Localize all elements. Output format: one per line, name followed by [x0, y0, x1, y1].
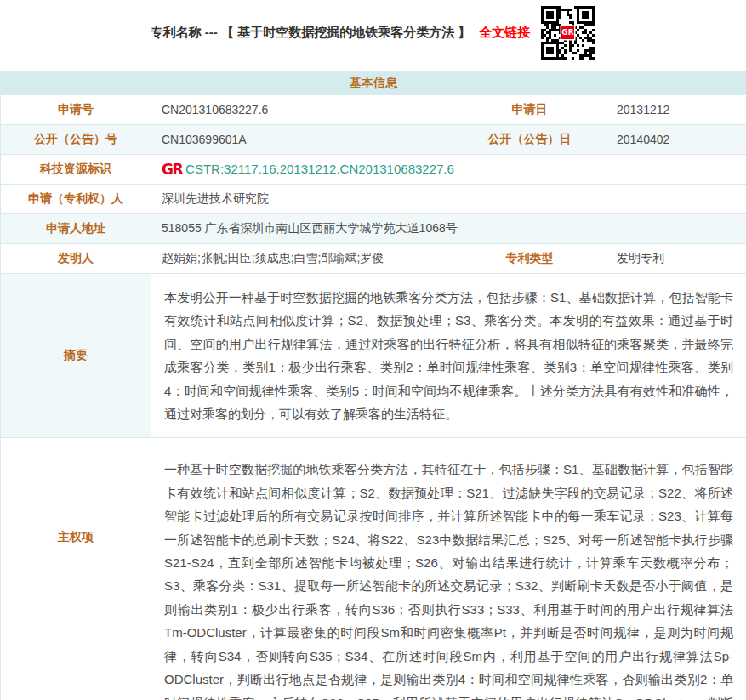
row-address: 申请人地址 518055 广东省深圳市南山区西丽大学城学苑大道1068号: [1, 214, 746, 244]
abstract-text: 本发明公开一种基于时空数据挖掘的地铁乘客分类方法，包括步骤：S1、基础数据计算，…: [152, 275, 745, 436]
applicant-label: 申请（专利权）人: [1, 185, 151, 214]
patent-type-value: 发明专利: [606, 244, 746, 274]
row-application: 申请号 CN201310683227.6 申请日 20131212: [1, 95, 746, 125]
publication-no-label: 公开（公告）号: [1, 125, 151, 155]
row-cstr: 科技资源标识 GRCSTR:32117.16.20131212.CN201310…: [1, 155, 746, 185]
section-title: 基本信息: [1, 72, 746, 95]
svg-text:GR: GR: [562, 27, 574, 36]
row-inventors: 发明人 赵娟娟;张帆;田臣;须成忠;白雪;邹瑜斌;罗俊 专利类型 发明专利: [1, 244, 746, 274]
cstr-label: 科技资源标识: [1, 155, 151, 185]
application-date-value: 20131212: [606, 95, 746, 125]
qr-code: GR: [540, 5, 595, 60]
publication-date-value: 20140402: [606, 125, 746, 155]
row-applicant: 申请（专利权）人 深圳先进技术研究院: [1, 185, 746, 214]
patent-type-label: 专利类型: [453, 244, 606, 274]
application-date-label: 申请日: [453, 95, 606, 125]
cstr-identifier-link[interactable]: CSTR:32117.16.20131212.CN201310683227.6: [185, 162, 454, 176]
page-title: 专利名称 --- 【 基于时空数据挖掘的地铁乘客分类方法 】: [151, 25, 471, 41]
inventors-label: 发明人: [1, 244, 151, 274]
application-no-label: 申请号: [1, 95, 151, 125]
cstr-logo-icon: GR: [162, 161, 182, 178]
address-label: 申请人地址: [1, 214, 151, 244]
abstract-label: 摘要: [1, 274, 151, 438]
abstract-cell: 本发明公开一种基于时空数据挖掘的地铁乘客分类方法，包括步骤：S1、基础数据计算，…: [151, 274, 746, 438]
cstr-cell: GRCSTR:32117.16.20131212.CN201310683227.…: [151, 155, 746, 185]
applicant-value: 深圳先进技术研究院: [151, 185, 746, 214]
inventors-value: 赵娟娟;张帆;田臣;须成忠;白雪;邹瑜斌;罗俊: [151, 244, 453, 274]
basic-info-table: 基本信息 申请号 CN201310683227.6 申请日 20131212 公…: [0, 71, 746, 700]
address-value: 518055 广东省深圳市南山区西丽大学城学苑大道1068号: [151, 214, 746, 244]
section-header-row: 基本信息: [1, 72, 746, 95]
publication-no-value: CN103699601A: [151, 125, 453, 155]
fulltext-link[interactable]: 全文链接: [479, 25, 530, 41]
publication-date-label: 公开（公告）日: [453, 125, 606, 155]
row-abstract: 摘要 本发明公开一种基于时空数据挖掘的地铁乘客分类方法，包括步骤：S1、基础数据…: [1, 274, 746, 438]
title-bar: 专利名称 --- 【 基于时空数据挖掘的地铁乘客分类方法 】 全文链接 GR: [0, 0, 746, 71]
row-publication: 公开（公告）号 CN103699601A 公开（公告）日 20140402: [1, 125, 746, 155]
claim-cell: 一种基于时空数据挖掘的地铁乘客分类方法，其特征在于，包括步骤：S1、基础数据计算…: [151, 438, 746, 700]
row-claim: 主权项 一种基于时空数据挖掘的地铁乘客分类方法，其特征在于，包括步骤：S1、基础…: [1, 438, 746, 700]
claim-label: 主权项: [1, 438, 151, 700]
claim-text: 一种基于时空数据挖掘的地铁乘客分类方法，其特征在于，包括步骤：S1、基础数据计算…: [152, 439, 745, 700]
application-no-value: CN201310683227.6: [151, 95, 453, 125]
